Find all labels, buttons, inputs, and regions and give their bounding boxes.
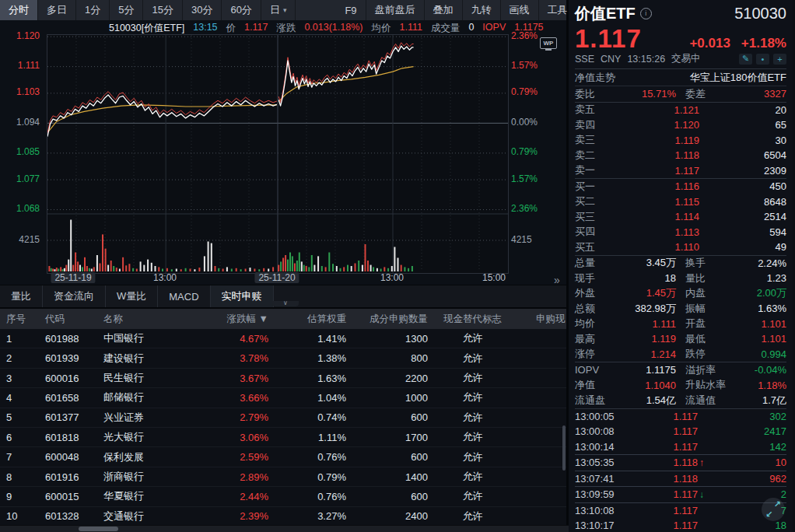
column-header-估算权重[interactable]: 估算权重 — [268, 313, 346, 326]
bid-row[interactable]: 买二1.1158648 — [575, 194, 786, 210]
chart-header-item: 均价 — [371, 22, 390, 35]
table-row[interactable]: 10601328交通银行2.39%3.27%2400允许 — [0, 507, 566, 527]
tick-price: 1.117 — [642, 411, 698, 422]
stat-row: 总量3.45万换手2.24% — [575, 256, 786, 271]
tab-量比[interactable]: 量比 — [0, 285, 43, 307]
weibi-weicha-row-label-1: 委比 — [575, 87, 615, 101]
toolbar-tool-F9[interactable]: F9 — [336, 0, 366, 20]
ask-row-price: 1.121 — [614, 104, 699, 116]
bid-row[interactable]: 买四1.113594 — [575, 225, 786, 240]
alert-bell-icon[interactable]: • — [756, 54, 769, 65]
ask-row-price: 1.119 — [614, 135, 699, 146]
tab-MACD[interactable]: MACD — [158, 285, 210, 307]
column-header-现金替代标志[interactable]: 现金替代标志 — [428, 313, 517, 326]
bid-row-level: 买四 — [575, 225, 614, 239]
stat-row-label-1: 流通盘 — [575, 394, 615, 408]
bid-row[interactable]: 买一1.116450 — [575, 179, 786, 194]
ask-row-level: 卖二 — [575, 149, 614, 163]
ask-row[interactable]: 卖一1.1172309 — [575, 163, 786, 179]
toolbar-period-30分[interactable]: 30分 — [183, 0, 222, 20]
tick-volume: 2417 — [712, 425, 786, 437]
table-row[interactable]: 5601377兴业证券2.79%0.74%600允许 — [0, 408, 566, 428]
toolbar-period-分时[interactable]: 分时 — [0, 0, 38, 20]
bid-row-price: 1.114 — [614, 211, 699, 222]
toolbar-tool-叠加[interactable]: 叠加 — [425, 0, 463, 20]
toolbar-period-15分[interactable]: 15分 — [143, 0, 182, 20]
exchange-label: SSE — [575, 54, 594, 65]
table-row[interactable]: 7600048保利发展2.59%0.76%600允许 — [0, 447, 566, 467]
cell-quantity: 800 — [346, 352, 428, 364]
tabbar-collapse-handle[interactable]: ∨ — [272, 301, 299, 306]
toolbar-period-日[interactable]: 日▾ — [261, 0, 296, 20]
column-header-成分申购数量[interactable]: 成分申购数量 — [346, 313, 428, 326]
stat-row-label-2: 升贴水率 — [685, 378, 741, 392]
info-icon[interactable]: i — [640, 8, 652, 19]
toolbar-period-5分[interactable]: 5分 — [110, 0, 143, 20]
percent-axis-label: 0.79% — [511, 146, 538, 158]
column-header-涨跌幅[interactable]: 涨跌幅 ▼ — [206, 313, 268, 326]
bid-row[interactable]: 买三1.1142514 — [575, 209, 786, 225]
ask-row[interactable]: 卖四1.12065 — [575, 117, 786, 133]
intraday-chart-area: 510030[价值ETF]13:15价1.117涨跌0.013(1.18%)均价… — [0, 20, 566, 285]
ask-row[interactable]: 卖二1.1186504 — [575, 148, 786, 163]
stat-row-value-2: 1.7亿 — [741, 394, 786, 408]
table-vertical-scrollbar[interactable] — [562, 425, 566, 471]
intraday-plot[interactable] — [47, 34, 509, 274]
table-row[interactable]: 6601818光大银行3.06%1.11%1700允许 — [0, 428, 566, 447]
wp-widget-icon[interactable]: WP — [540, 37, 557, 49]
cell-weight: 1.41% — [268, 333, 346, 345]
tab-资金流向[interactable]: 资金流向 — [43, 285, 106, 307]
column-header-序号[interactable]: 序号 — [0, 313, 39, 326]
ask-row-volume: 20 — [699, 104, 786, 116]
column-header-代码[interactable]: 代码 — [39, 313, 97, 326]
price-change: +0.013 — [689, 36, 730, 51]
etf-name: 价值ETF — [575, 3, 636, 24]
stat-row: IOPV1.1175溢折率-0.04% — [575, 362, 786, 378]
cell-quantity: 600 — [346, 411, 428, 423]
stat-row-value-2: 2.00万 — [741, 286, 786, 300]
toolbar-period-60分[interactable]: 60分 — [222, 0, 261, 20]
table-row[interactable]: 9600015华夏银行2.44%0.76%600允许 — [0, 487, 566, 506]
tab-W量比[interactable]: W量比 — [106, 285, 158, 307]
toolbar-tool-盘前盘后[interactable]: 盘前盘后 — [366, 0, 425, 20]
bid-row-price: 1.116 — [614, 180, 699, 192]
nav-trend-label[interactable]: 净值走势 — [575, 71, 615, 85]
stat-row-value-2: 1.63% — [741, 303, 786, 314]
cell-change: 3.78% — [206, 352, 268, 364]
bid-row-price: 1.113 — [614, 226, 699, 238]
weibi-weicha-row-label-2: 委差 — [685, 87, 741, 101]
ask-row-volume: 65 — [699, 119, 786, 131]
toolbar-period-1分[interactable]: 1分 — [76, 0, 110, 20]
panel-expand-button[interactable]: ↗↙ — [762, 498, 785, 521]
cell-name: 华夏银行 — [97, 489, 206, 503]
horizontal-scrollbar-thumb[interactable] — [79, 527, 118, 531]
volume-axis-label-right: 4215 — [511, 234, 532, 246]
table-row[interactable]: 3600016民生银行3.67%1.63%2200允许 — [0, 369, 566, 388]
tick-arrow-up-icon: ↑ — [698, 457, 712, 468]
toolbar-tool-画线[interactable]: 画线 — [501, 0, 539, 20]
toolbar-period-多日[interactable]: 多日 — [38, 0, 76, 20]
horizontal-scrollbar[interactable] — [0, 525, 569, 532]
edit-icon[interactable]: ✎ — [739, 54, 752, 65]
table-row[interactable]: 8601916浙商银行2.89%0.79%1400允许 — [0, 467, 566, 487]
ask-row[interactable]: 卖五1.12120 — [575, 103, 786, 118]
tick-time: 13:00:14 — [575, 441, 642, 453]
table-row[interactable]: 2601939建设银行3.78%1.38%800允许 — [0, 348, 566, 368]
tick-time: 13:10:17 — [575, 520, 642, 531]
table-row[interactable]: 4601658邮储银行3.66%1.04%1000允许 — [0, 388, 566, 408]
period-toolbar: 分时多日1分5分15分30分60分日▾F9盘前盘后叠加九转画线工具?› — [0, 0, 566, 20]
ask-row[interactable]: 卖三1.11930 — [575, 133, 786, 149]
bid-queue: 买一1.116450买二1.1158648买三1.1142514买四1.1135… — [575, 179, 786, 256]
column-header-名称[interactable]: 名称 — [97, 313, 206, 326]
table-row[interactable]: 1601988中国银行4.67%1.41%1300允许 — [0, 329, 566, 348]
stat-row-value-2: 1.101 — [741, 318, 786, 330]
cell-quantity: 1000 — [346, 392, 428, 404]
tab-实时申赎[interactable]: 实时申赎 — [211, 285, 274, 307]
cell-weight: 1.63% — [268, 373, 346, 384]
bid-row[interactable]: 买五1.11049 — [575, 240, 786, 255]
cell-index: 1 — [0, 333, 39, 345]
toolbar-tool-九转[interactable]: 九转 — [463, 0, 501, 20]
column-header-申购现[interactable]: 申购现 — [517, 313, 566, 326]
stat-row-value-2: 1.18% — [741, 380, 786, 391]
add-watchlist-icon[interactable]: + — [773, 54, 786, 65]
